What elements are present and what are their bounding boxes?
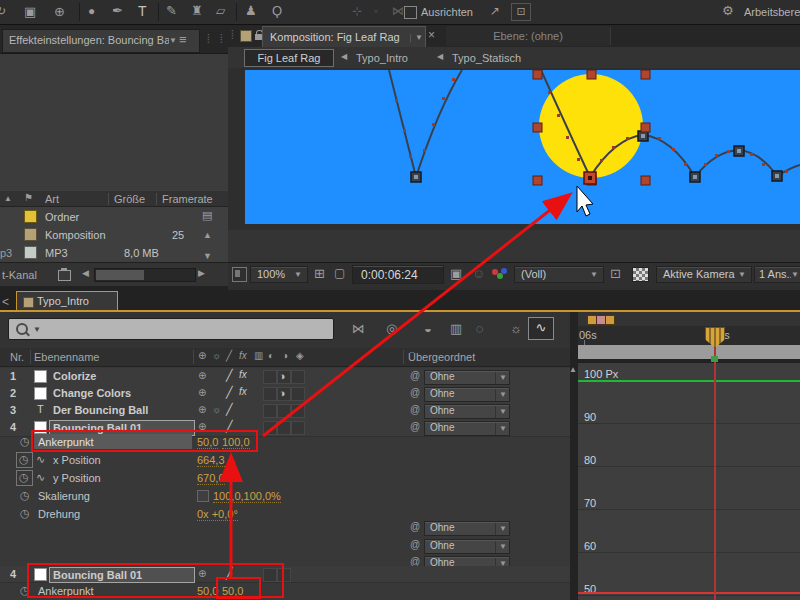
- prop-row-y-position[interactable]: ◷ ∿ y Position 670,0: [0, 469, 570, 487]
- motion-blur-icon[interactable]: ◌: [476, 322, 484, 335]
- sort-arrow-icon[interactable]: ▲: [4, 195, 12, 203]
- property-label[interactable]: x Position: [53, 454, 101, 466]
- layer-name[interactable]: Colorize: [53, 370, 96, 382]
- project-row-komposition[interactable]: Komposition 25: [0, 225, 200, 243]
- comp-tab-active[interactable]: Komposition: Fig Leaf Rag ▼: [262, 26, 426, 48]
- comp-tab-dropdown-icon[interactable]: ▼: [410, 34, 423, 42]
- fx-switch-icon[interactable]: fx: [239, 370, 247, 380]
- draft-3d-icon[interactable]: ◎: [386, 322, 397, 335]
- switch-cell[interactable]: [263, 370, 277, 384]
- graph-curve-icon[interactable]: ∿: [36, 472, 45, 483]
- layer-color-swatch[interactable]: [34, 568, 47, 581]
- layer-row-1[interactable]: 1 Colorize ⊕ ╱ fx ◑ @ Ohne▼: [0, 368, 570, 386]
- prop-row-skalierung[interactable]: ◷ Skalierung 100,0,100,0%: [0, 487, 570, 505]
- resolution-dropdown[interactable]: (Voll) ▼: [514, 266, 604, 283]
- switch-cell[interactable]: [263, 404, 277, 418]
- property-value-x[interactable]: 50,0: [197, 585, 218, 598]
- zoom-dropdown[interactable]: 100% ▼: [250, 266, 308, 283]
- parent-dropdown[interactable]: Ohne▼: [424, 539, 510, 554]
- pen-tool-icon[interactable]: ✒: [112, 4, 123, 17]
- workspace-label[interactable]: Arbeitsberei: [744, 6, 800, 18]
- anchor-x-curve-red[interactable]: [578, 592, 800, 594]
- quality-switch-icon[interactable]: ╱: [226, 568, 233, 579]
- panel-grip-icon[interactable]: ⦙: [207, 33, 210, 45]
- property-label[interactable]: Ankerpunkt: [38, 436, 94, 448]
- parent-dropdown[interactable]: Ohne▼: [424, 387, 510, 402]
- solo-switch-icon[interactable]: ☼: [212, 405, 221, 415]
- av-switch-icon[interactable]: ⊕: [198, 371, 206, 381]
- property-value[interactable]: 100,0,100,0%: [213, 490, 281, 503]
- safe-areas-icon[interactable]: ⊞: [314, 267, 325, 280]
- layer-row-2[interactable]: 2 Change Colors ⊕ ╱ fx ◑ @ Ohne▼: [0, 385, 570, 403]
- pick-whip-icon[interactable]: @: [410, 405, 420, 415]
- prop-row-ankerpunkt[interactable]: ◷ Ankerpunkt 50,0 100,0: [0, 433, 570, 451]
- parent-only-row[interactable]: @ Ohne▼: [0, 519, 570, 536]
- ausrichten-checkbox[interactable]: [404, 6, 417, 19]
- comp-tab-inactive[interactable]: Ebene: (ohne): [446, 26, 610, 46]
- folder-color-swatch[interactable]: [24, 210, 37, 223]
- property-value[interactable]: 670,0: [197, 472, 225, 485]
- quality-switch-icon[interactable]: ╱: [226, 404, 233, 415]
- breadcrumb-typo-statisch[interactable]: Typo_Statisch: [452, 52, 521, 64]
- quality-switch-icon[interactable]: ╱: [226, 421, 233, 432]
- switch-cell[interactable]: [277, 404, 291, 418]
- layer-color-swatch[interactable]: [34, 370, 47, 383]
- switch-cell[interactable]: [277, 568, 291, 582]
- prop-row-x-position[interactable]: ◷ ∿ x Position 664,3: [0, 451, 570, 469]
- property-label[interactable]: Skalierung: [38, 490, 90, 502]
- layer-name[interactable]: Bouncing Ball 01: [53, 569, 142, 581]
- property-value-y[interactable]: 50,0: [222, 585, 243, 597]
- layer-name[interactable]: Change Colors: [53, 387, 131, 399]
- views-dropdown[interactable]: 1 Ans... ▼: [754, 266, 800, 283]
- camera-dropdown[interactable]: Aktive Kamera ▼: [656, 266, 752, 283]
- clone-stamp-tool-icon[interactable]: ♜: [191, 4, 203, 17]
- workspace-gear-icon[interactable]: ⚙: [722, 4, 734, 17]
- work-area-marker[interactable]: [605, 315, 615, 325]
- marquee-icon[interactable]: ▢: [334, 267, 345, 279]
- audio-color-swatch[interactable]: [24, 246, 37, 259]
- pick-whip-icon[interactable]: @: [410, 522, 420, 532]
- property-label[interactable]: y Position: [53, 472, 101, 484]
- timecode-box[interactable]: 0:00:06:24: [352, 265, 444, 284]
- hscroll-right-icon[interactable]: ▶: [198, 269, 205, 278]
- current-time-indicator-line[interactable]: [714, 345, 716, 600]
- property-label[interactable]: Ankerpunkt: [38, 585, 94, 597]
- region-of-interest-icon[interactable]: ⊡: [610, 267, 621, 280]
- tag-icon[interactable]: ⚑: [24, 193, 33, 203]
- hscroll-left-icon[interactable]: ◀: [82, 269, 89, 278]
- trash-icon[interactable]: [58, 270, 71, 281]
- panel-grip-icon[interactable]: ⦙: [231, 29, 234, 41]
- stopwatch-icon[interactable]: ◷: [20, 436, 30, 447]
- transparency-grid-icon[interactable]: [632, 267, 649, 282]
- comp-color-swatch[interactable]: [24, 228, 37, 241]
- switch-cell[interactable]: [263, 568, 277, 582]
- shape-tool-icon[interactable]: ●: [88, 5, 95, 17]
- breadcrumb-typo-intro[interactable]: Typo_Intro: [356, 52, 408, 64]
- type-tool-icon[interactable]: T: [138, 4, 147, 18]
- switch-cell[interactable]: [291, 404, 305, 418]
- stopwatch-icon[interactable]: ◷: [20, 490, 30, 501]
- hide-shy-layers-icon[interactable]: ◒: [424, 322, 432, 335]
- sharpen-arrow-icon[interactable]: ↗: [490, 5, 500, 17]
- quality-switch-icon[interactable]: ╱: [226, 387, 233, 398]
- bottom-prop-row-ankerpunkt[interactable]: ◷ Ankerpunkt 50,0 50,0: [0, 582, 570, 600]
- col-nr[interactable]: Nr.: [10, 351, 24, 363]
- panel-divider[interactable]: [570, 312, 578, 600]
- pick-whip-icon[interactable]: @: [410, 371, 420, 381]
- project-item-name[interactable]: Komposition: [45, 229, 106, 241]
- search-input[interactable]: ▼: [8, 318, 334, 340]
- project-row-ordner[interactable]: Ordner: [0, 207, 200, 225]
- stopwatch-icon[interactable]: ◷: [20, 508, 30, 519]
- av-switch-icon[interactable]: ⊕: [198, 569, 206, 579]
- graph-curve-icon[interactable]: ∿: [36, 454, 45, 465]
- mini-flowchart-icon[interactable]: ⋈: [352, 322, 365, 335]
- hscrollbar-thumb[interactable]: [96, 270, 144, 280]
- bit-depth-label[interactable]: t-Kanal: [2, 269, 37, 281]
- pick-whip-icon[interactable]: @: [410, 540, 420, 550]
- channels-icon[interactable]: [492, 268, 508, 281]
- project-item-name[interactable]: MP3: [45, 247, 68, 259]
- pick-whip-icon[interactable]: @: [410, 388, 420, 398]
- graph-overview-band[interactable]: [578, 345, 800, 359]
- av-switch-icon[interactable]: ⊕: [198, 388, 206, 398]
- always-preview-icon[interactable]: [232, 267, 247, 282]
